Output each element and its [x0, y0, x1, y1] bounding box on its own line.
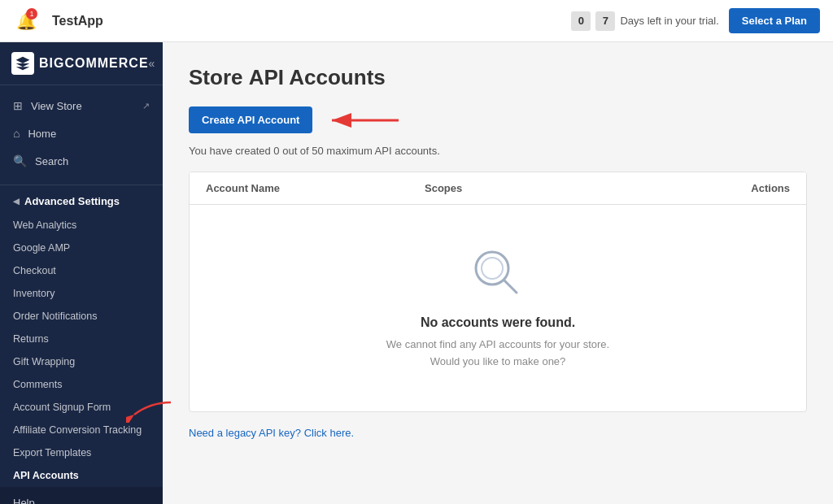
- empty-state-search-icon: [469, 245, 526, 302]
- home-icon: ⌂: [13, 127, 20, 140]
- topbar-left: 🔔 1 TestApp: [13, 8, 103, 34]
- trial-info: 0 7 Days left in your trial.: [571, 11, 718, 31]
- brand-logo: BIGCOMMERCE: [11, 52, 149, 75]
- home-label: Home: [28, 128, 56, 140]
- sidebar-item-api-accounts[interactable]: API Accounts: [0, 464, 163, 487]
- create-btn-row: Create API Account: [189, 106, 807, 133]
- sidebar-item-checkout[interactable]: Checkout: [0, 259, 163, 282]
- col-account-name: Account Name: [206, 182, 425, 194]
- sidebar-nav: ⊞ View Store ↗ ⌂ Home 🔍 Search: [0, 85, 163, 181]
- api-accounts-table: Account Name Scopes Actions No accounts …: [189, 172, 807, 412]
- sidebar-bottom: Help Support Pin: 349275 ∧: [0, 487, 163, 504]
- create-api-account-button[interactable]: Create API Account: [189, 106, 312, 133]
- trial-day2: 7: [595, 11, 615, 31]
- brand-name: BIGCOMMERCE: [39, 56, 149, 71]
- help-section: Help Support Pin: 349275: [13, 497, 94, 504]
- app-name: TestApp: [52, 14, 103, 28]
- notification-badge: 1: [26, 8, 37, 20]
- sidebar-item-comments[interactable]: Comments: [0, 373, 163, 396]
- advanced-settings-submenu: Web Analytics Google AMP Checkout Invent…: [0, 214, 163, 487]
- advanced-settings-label: Advanced Settings: [24, 195, 120, 207]
- sidebar-item-inventory[interactable]: Inventory: [0, 282, 163, 305]
- view-store-label: View Store: [31, 100, 82, 112]
- table-header: Account Name Scopes Actions: [190, 172, 806, 205]
- main-content: Store API Accounts Create API Account Yo…: [163, 42, 833, 504]
- red-arrow-icon: [325, 111, 399, 130]
- collapse-sidebar-button[interactable]: «: [149, 57, 155, 70]
- sidebar-item-returns[interactable]: Returns: [0, 328, 163, 350]
- col-actions: Actions: [643, 182, 790, 194]
- empty-subtitle-line2: Would you like to make one?: [430, 355, 566, 367]
- search-icon: 🔍: [13, 154, 27, 167]
- empty-state-title: No accounts were found.: [421, 315, 575, 330]
- topbar-right: 0 7 Days left in your trial. Select a Pl…: [571, 8, 820, 33]
- trial-days-label: Days left in your trial.: [620, 15, 718, 27]
- sidebar-red-arrow-icon: [163, 398, 175, 423]
- page-title-bold: API Accounts: [249, 65, 386, 89]
- advanced-settings-header[interactable]: ◀ Advanced Settings: [0, 189, 163, 214]
- sidebar-item-account-signup-form[interactable]: Account Signup Form: [0, 396, 163, 419]
- empty-state: No accounts were found. We cannot find a…: [190, 205, 806, 411]
- sidebar-item-export-templates[interactable]: Export Templates: [0, 441, 163, 464]
- empty-state-subtitle: We cannot find any API accounts for your…: [386, 337, 609, 371]
- sidebar-item-search[interactable]: 🔍 Search: [0, 147, 163, 175]
- logo-icon: [11, 52, 34, 75]
- page-title-prefix: Store: [189, 65, 249, 89]
- col-scopes: Scopes: [425, 182, 643, 194]
- empty-subtitle-line1: We cannot find any API accounts for your…: [386, 338, 609, 350]
- sidebar-item-view-store[interactable]: ⊞ View Store ↗: [0, 92, 163, 119]
- legacy-api-link[interactable]: Need a legacy API key? Click here.: [189, 427, 354, 439]
- topbar: 🔔 1 TestApp 0 7 Days left in your trial.…: [0, 0, 833, 42]
- notification-bell[interactable]: 🔔 1: [13, 8, 39, 34]
- svg-line-3: [504, 280, 517, 293]
- sidebar-item-affiliate-conversion-tracking[interactable]: Affiliate Conversion Tracking: [0, 419, 163, 441]
- sidebar-divider: [0, 185, 163, 185]
- help-label: Help: [13, 497, 94, 504]
- select-plan-button[interactable]: Select a Plan: [729, 8, 820, 33]
- store-icon: ⊞: [13, 99, 23, 112]
- sidebar-arrow-overlay: [163, 398, 175, 426]
- sidebar-item-gift-wrapping[interactable]: Gift Wrapping: [0, 350, 163, 373]
- external-link-icon: ↗: [142, 101, 150, 111]
- layout: BIGCOMMERCE « ⊞ View Store ↗ ⌂ Home 🔍 Se…: [0, 42, 833, 504]
- api-accounts-label: API Accounts: [13, 470, 79, 481]
- sidebar: BIGCOMMERCE « ⊞ View Store ↗ ⌂ Home 🔍 Se…: [0, 42, 163, 504]
- api-count-text: You have created 0 out of 50 maximum API…: [189, 145, 807, 157]
- sidebar-item-web-analytics[interactable]: Web Analytics: [0, 214, 163, 237]
- expand-help-button[interactable]: ∧: [142, 502, 150, 505]
- search-label: Search: [35, 155, 68, 167]
- arrow-indicator: [325, 111, 399, 130]
- sidebar-item-home[interactable]: ⌂ Home: [0, 119, 163, 147]
- sidebar-item-google-amp[interactable]: Google AMP: [0, 237, 163, 259]
- sidebar-logo: BIGCOMMERCE «: [0, 42, 163, 85]
- page-title: Store API Accounts: [189, 65, 807, 90]
- trial-day1: 0: [571, 11, 591, 31]
- chevron-icon: ◀: [13, 197, 20, 206]
- sidebar-item-order-notifications[interactable]: Order Notifications: [0, 305, 163, 328]
- svg-point-4: [482, 258, 503, 279]
